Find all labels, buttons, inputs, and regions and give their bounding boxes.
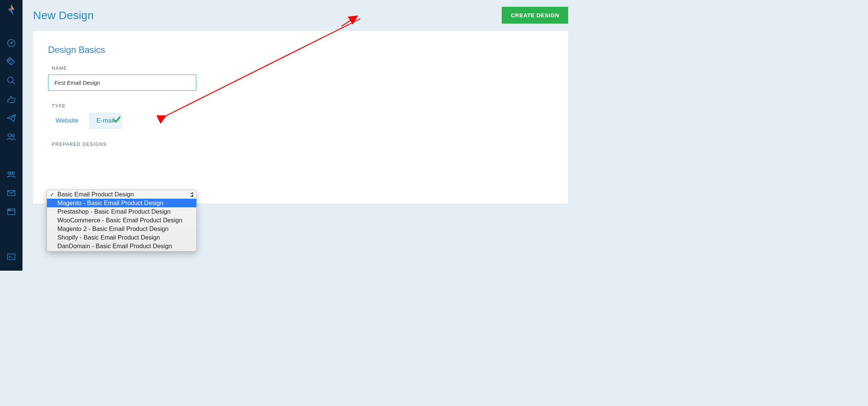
name-input[interactable] bbox=[48, 75, 196, 91]
dropdown-option-label: Shopify - Basic Email Product Design bbox=[57, 234, 160, 241]
dropdown-option[interactable]: DanDomain - Basic Email Product Design bbox=[47, 242, 196, 251]
type-option-website[interactable]: Website bbox=[48, 112, 86, 129]
browser-icon[interactable] bbox=[6, 207, 16, 217]
dropdown-option[interactable]: ✓ Basic Email Product Design bbox=[47, 190, 196, 199]
header-row: New Design CREATE DESIGN bbox=[33, 7, 568, 24]
type-option-email[interactable]: E-mail bbox=[89, 112, 122, 129]
tag-icon[interactable] bbox=[6, 57, 16, 67]
svg-point-1 bbox=[11, 42, 12, 43]
svg-point-3 bbox=[8, 77, 13, 82]
check-icon: ✓ bbox=[50, 192, 54, 198]
dropdown-option-label: DanDomain - Basic Email Product Design bbox=[57, 243, 172, 250]
type-option-email-label: E-mail bbox=[96, 117, 114, 124]
dashboard-icon[interactable] bbox=[6, 38, 16, 48]
dropdown-option-label: Basic Email Product Design bbox=[57, 191, 134, 198]
send-icon[interactable] bbox=[6, 113, 16, 123]
svg-point-11 bbox=[9, 210, 9, 210]
svg-point-2 bbox=[9, 60, 10, 61]
page-title: New Design bbox=[33, 9, 94, 22]
dropdown-option[interactable]: Prestashop - Basic Email Product Design bbox=[47, 207, 196, 216]
sidebar bbox=[0, 0, 23, 271]
dropdown-option-label: Magento - Basic Email Product Design bbox=[57, 199, 163, 207]
svg-point-12 bbox=[10, 210, 11, 210]
svg-point-5 bbox=[12, 135, 14, 137]
dropdown-option[interactable]: Shopify - Basic Email Product Design bbox=[47, 233, 196, 242]
type-label: TYPE bbox=[52, 103, 553, 109]
mail-icon[interactable] bbox=[6, 188, 16, 198]
section-title: Design Basics bbox=[48, 45, 553, 55]
dropdown-option-label: WooCommerce - Basic Email Product Design bbox=[57, 217, 182, 224]
dropdown-option[interactable]: WooCommerce - Basic Email Product Design bbox=[47, 216, 196, 225]
svg-rect-13 bbox=[8, 254, 15, 259]
create-design-button[interactable]: CREATE DESIGN bbox=[502, 7, 568, 24]
terminal-icon[interactable] bbox=[6, 252, 16, 262]
name-label: NAME bbox=[52, 66, 553, 71]
app-logo-icon bbox=[5, 4, 17, 16]
users-icon[interactable] bbox=[6, 132, 16, 142]
svg-point-4 bbox=[8, 133, 11, 137]
dropdown-option-label: Prestashop - Basic Email Product Design bbox=[57, 208, 171, 215]
prepared-designs-dropdown[interactable]: ▲▼ ✓ Basic Email Product Design Magento … bbox=[47, 190, 197, 252]
dropdown-option[interactable]: Magento - Basic Email Product Design bbox=[47, 199, 196, 207]
search-icon[interactable] bbox=[6, 76, 16, 85]
dropdown-option-label: Magento 2 - Basic Email Product Design bbox=[57, 225, 168, 232]
checkmark-icon bbox=[113, 116, 120, 123]
group-icon[interactable] bbox=[6, 169, 16, 179]
dropdown-option[interactable]: Magento 2 - Basic Email Product Design bbox=[47, 225, 196, 233]
prepared-label: PREPARED DESIGNS bbox=[52, 142, 553, 147]
thumbs-up-icon[interactable] bbox=[6, 94, 16, 104]
design-basics-card: Design Basics NAME TYPE Website E-mail P… bbox=[33, 31, 568, 204]
